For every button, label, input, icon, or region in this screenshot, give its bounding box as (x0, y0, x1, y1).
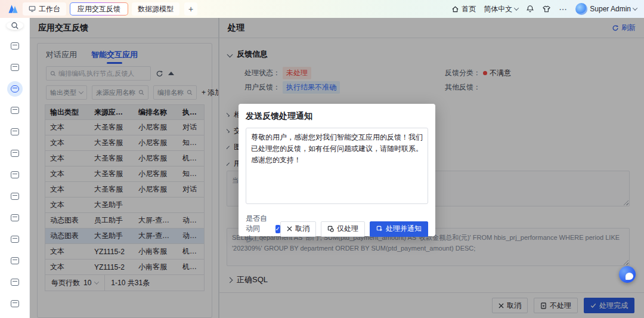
flow-icon[interactable] (7, 189, 23, 204)
new-tab-button[interactable]: + (184, 2, 197, 16)
home-label: 首页 (462, 4, 476, 14)
more-menu[interactable]: ⋯ (559, 4, 568, 14)
tab-workbench[interactable]: 工作台 (23, 2, 66, 16)
home-link[interactable]: 首页 (451, 4, 476, 14)
search-icon (11, 21, 19, 30)
screenshot-icon[interactable] (7, 38, 23, 54)
auto-sync-checkbox[interactable]: ✓ (275, 225, 280, 233)
tab-app-feedback[interactable]: 应用交互反馈 (70, 2, 128, 16)
org-chart-icon[interactable] (7, 60, 23, 75)
tab-datasource-model[interactable]: 数据源模型 (132, 2, 179, 16)
mail-gear-icon[interactable] (7, 146, 23, 161)
id-card-icon[interactable] (7, 274, 23, 290)
app-logo-icon (7, 3, 19, 15)
theme-clothes-icon[interactable] (542, 5, 551, 13)
chevron-down-icon (514, 5, 519, 10)
notification-message-textarea[interactable]: 尊敬的用户，感谢您对我们智能交互应用的反馈！我们已处理您的反馈，如有任何问题或建… (246, 128, 428, 204)
home-icon (451, 5, 459, 13)
user-name: Super Admin (590, 5, 631, 13)
top-bar-right: 首页 简体中文 ⋯ Super Admin (451, 3, 644, 15)
language-selector[interactable]: 简体中文 (484, 4, 518, 14)
left-icon-rail (0, 18, 30, 318)
close-icon (287, 226, 292, 231)
app-screen: 工作台 应用交互反馈 数据源模型 + 首页 简体中文 (0, 0, 644, 318)
send-notification-modal: 发送反馈处理通知 尊敬的用户，感谢您对我们智能交互应用的反馈！我们已处理您的反馈… (239, 104, 435, 236)
monitor-icon (29, 5, 36, 13)
bell-icon[interactable] (526, 5, 534, 13)
chevron-down-icon (633, 5, 637, 10)
sidebar-icons (7, 38, 23, 318)
search-button[interactable] (7, 21, 23, 30)
process-only-button[interactable]: 仅处理 (321, 221, 365, 237)
new-tab-label: + (188, 4, 193, 14)
auto-sync-label: 是否自动同步...： (246, 214, 273, 244)
stamp-icon (327, 226, 334, 232)
agent-active-icon[interactable] (7, 81, 23, 97)
sliders-icon[interactable] (7, 167, 23, 183)
assistant-float-button[interactable] (619, 266, 636, 283)
modal-cancel-button[interactable]: 取消 (280, 221, 316, 237)
auto-sync-field: 是否自动同步...： ✓ (246, 214, 280, 244)
tab-workbench-label: 工作台 (39, 4, 60, 14)
tab-app-feedback-label: 应用交互反馈 (78, 4, 120, 14)
clock-icon[interactable] (7, 296, 23, 311)
tab-datasource-model-label: 数据源模型 (138, 4, 174, 14)
folder-gear-icon[interactable] (7, 210, 23, 226)
language-label: 简体中文 (484, 4, 512, 14)
chat-icon[interactable] (7, 253, 23, 268)
user-avatar (575, 3, 587, 15)
top-bar: 工作台 应用交互反馈 数据源模型 + 首页 简体中文 (0, 0, 644, 18)
modal-title: 发送反馈处理通知 (246, 111, 428, 122)
image-gear-icon[interactable] (7, 231, 23, 247)
app-window-2-icon[interactable] (7, 124, 23, 140)
process-and-notify-button[interactable]: 处理并通知 (370, 221, 428, 237)
notify-icon (376, 226, 383, 232)
app-window-icon[interactable] (7, 103, 23, 118)
user-menu[interactable]: Super Admin (575, 3, 637, 15)
